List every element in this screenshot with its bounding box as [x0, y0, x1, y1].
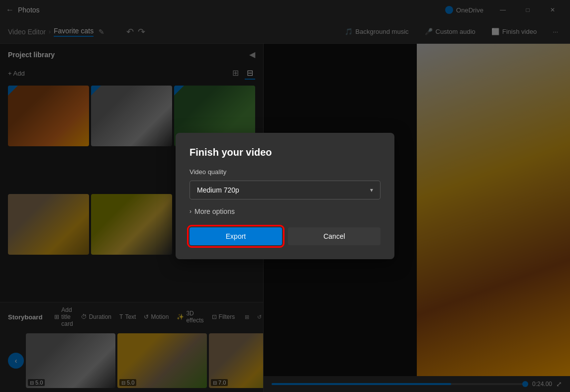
dialog-title: Finish your video	[190, 147, 380, 158]
dialog-buttons: Export Cancel	[190, 227, 380, 245]
quality-select-dropdown[interactable]: Medium 720p ▾	[190, 181, 380, 199]
more-options-label: More options	[194, 207, 235, 215]
export-button[interactable]: Export	[190, 227, 282, 245]
quality-value: Medium 720p	[197, 186, 239, 194]
cancel-button[interactable]: Cancel	[288, 227, 380, 245]
finish-video-dialog: Finish your video Video quality Medium 7…	[176, 133, 394, 259]
more-options-toggle[interactable]: › More options	[190, 207, 380, 215]
dialog-overlay: Finish your video Video quality Medium 7…	[0, 0, 570, 392]
dialog-quality-label: Video quality	[190, 168, 380, 176]
dropdown-arrow-icon: ▾	[370, 187, 373, 194]
more-options-chevron-icon: ›	[190, 208, 191, 215]
